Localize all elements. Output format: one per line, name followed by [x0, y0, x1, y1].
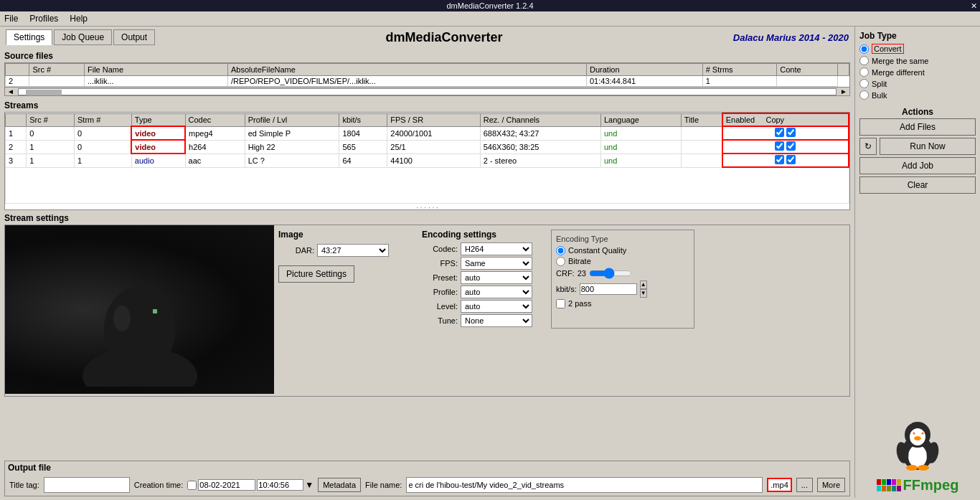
- green-dot: [153, 309, 157, 313]
- stream-empty-cell: [6, 167, 849, 203]
- hscroll-track[interactable]: [18, 88, 837, 95]
- mascot-area: [896, 420, 939, 473]
- stream-row-1[interactable]: 1 0 0 video mpeg4 ed Simple P 1804 24000…: [6, 126, 849, 140]
- srow-copy-cb-3[interactable]: [786, 155, 796, 164]
- srow-enabled-cb[interactable]: [775, 128, 784, 137]
- scol-type: Type: [131, 113, 185, 126]
- convert-radio[interactable]: [859, 44, 869, 54]
- picture-settings-row: Picture Settings: [278, 263, 415, 283]
- date-input[interactable]: [198, 479, 255, 491]
- stripe-yellow: [897, 479, 901, 485]
- metadata-button[interactable]: Metadata: [318, 478, 361, 492]
- run-now-button[interactable]: Run Now: [880, 138, 976, 155]
- tune-row: Tune: None: [422, 314, 544, 327]
- fps-row: FPS: Same: [422, 257, 544, 270]
- scol-profile: Profile / Lvl: [245, 113, 339, 126]
- srow-title: [681, 154, 722, 167]
- bulk-option: Bulk: [859, 90, 976, 100]
- crf-slider[interactable]: [589, 268, 632, 279]
- kbits-down[interactable]: ▼: [640, 289, 647, 298]
- ellipsis-button[interactable]: ...: [796, 478, 813, 492]
- source-file-row[interactable]: 2 ...iklik... /REPO/REPO_VIDEO/FILMS/EP/…: [6, 76, 849, 87]
- run-now-row: ↻ Run Now: [859, 138, 976, 155]
- hscroll-left-arrow[interactable]: ◄: [5, 88, 17, 95]
- preset-row: Preset: auto: [422, 271, 544, 284]
- srow-copy-cb-2[interactable]: [786, 141, 796, 151]
- fps-label: FPS:: [422, 259, 458, 268]
- bitrate-label: Bitrate: [568, 257, 591, 265]
- profile-label: Profile:: [422, 288, 458, 296]
- src-num: [29, 76, 85, 87]
- creation-time-checkbox[interactable]: [187, 481, 197, 490]
- job-type-title: Job Type: [859, 31, 976, 41]
- profile-select[interactable]: auto: [461, 286, 532, 298]
- preset-select[interactable]: auto: [461, 271, 532, 284]
- srow-src: 1: [27, 140, 75, 154]
- close-button[interactable]: ✕: [971, 1, 977, 11]
- stripe-teal: [892, 486, 896, 491]
- filename-input[interactable]: [406, 477, 763, 493]
- svg-point-12: [914, 436, 921, 440]
- refresh-button[interactable]: ↻: [859, 138, 877, 155]
- merge-different-radio[interactable]: [859, 67, 869, 77]
- brand-text: Dalacu Marius 2014 - 2020: [733, 32, 849, 43]
- abs-filename: /REPO/REPO_VIDEO/FILMS/EP/...iklik...: [227, 76, 586, 87]
- clear-button[interactable]: Clear: [859, 176, 976, 194]
- title-tag-input[interactable]: [44, 477, 130, 493]
- file-ext: .mp4: [767, 478, 791, 492]
- bulk-label: Bulk: [872, 91, 887, 100]
- add-job-button[interactable]: Add Job: [859, 157, 976, 174]
- twopass-row: 2 pass: [556, 299, 689, 308]
- tab-job-queue[interactable]: Job Queue: [54, 29, 112, 45]
- col-strms: # Strms: [702, 64, 777, 76]
- tab-output[interactable]: Output: [113, 29, 155, 45]
- tune-select[interactable]: None: [461, 314, 532, 327]
- menu-profiles[interactable]: Profiles: [29, 14, 58, 24]
- srow-enabled-cb-3[interactable]: [775, 155, 784, 164]
- srow-strm: 0: [75, 126, 132, 140]
- stripe-red: [877, 479, 881, 485]
- codec-select[interactable]: H264: [461, 242, 532, 255]
- menu-help[interactable]: Help: [70, 14, 88, 24]
- scol-kbits: kbit/s: [339, 113, 387, 126]
- col-conte: Conte: [777, 64, 838, 76]
- srow-enabled-cb-2[interactable]: [775, 141, 784, 151]
- stripe-purple: [892, 479, 896, 485]
- codec-label: Codec:: [422, 245, 458, 253]
- creation-time-label: Creation time:: [134, 481, 183, 489]
- stream-empty-row: [6, 167, 849, 203]
- hscroll-right-arrow[interactable]: ►: [838, 88, 849, 95]
- level-select[interactable]: auto: [461, 300, 532, 313]
- picture-settings-button[interactable]: Picture Settings: [278, 265, 354, 283]
- fps-select[interactable]: Same: [461, 257, 532, 270]
- more-button[interactable]: More: [817, 478, 845, 492]
- add-files-button[interactable]: Add Files: [859, 118, 976, 136]
- time-input[interactable]: [257, 479, 303, 491]
- stream-row-2[interactable]: 2 1 0 video h264 High 22 565 25/1 546X36…: [6, 140, 849, 154]
- hscroll-thumb[interactable]: [26, 90, 62, 95]
- time-dropdown-arrow[interactable]: ▼: [305, 480, 314, 490]
- col-filename: File Name: [84, 64, 227, 76]
- kbits-up[interactable]: ▲: [640, 280, 647, 289]
- tab-settings[interactable]: Settings: [6, 29, 52, 45]
- kbits-input[interactable]: [580, 283, 637, 295]
- source-hscrollbar[interactable]: ◄ ►: [5, 87, 849, 95]
- srow-copy-cb[interactable]: [786, 128, 796, 137]
- col-duration: Duration: [586, 64, 702, 76]
- scol-enabled: Enabled: [726, 115, 755, 124]
- dar-select[interactable]: 43:27: [317, 244, 389, 257]
- title-bar-text: dmMediaConverter 1.2.4: [446, 1, 533, 10]
- menu-file[interactable]: File: [4, 14, 18, 24]
- menu-bar: File Profiles Help: [0, 11, 980, 27]
- codec-row: Codec: H264: [422, 242, 544, 255]
- bitrate-radio[interactable]: [556, 257, 565, 266]
- split-radio[interactable]: [859, 79, 869, 88]
- scol-strm: Strm #: [75, 113, 132, 126]
- constant-quality-radio[interactable]: [556, 246, 565, 255]
- merge-same-radio[interactable]: [859, 56, 869, 65]
- twopass-checkbox[interactable]: [556, 299, 565, 308]
- srow-fps: 25/1: [387, 140, 480, 154]
- bulk-radio[interactable]: [859, 90, 869, 100]
- stream-row-3[interactable]: 3 1 1 audio aac LC ? 64 44100 2 - stereo…: [6, 154, 849, 167]
- srow-rez: 2 - stereo: [480, 154, 600, 167]
